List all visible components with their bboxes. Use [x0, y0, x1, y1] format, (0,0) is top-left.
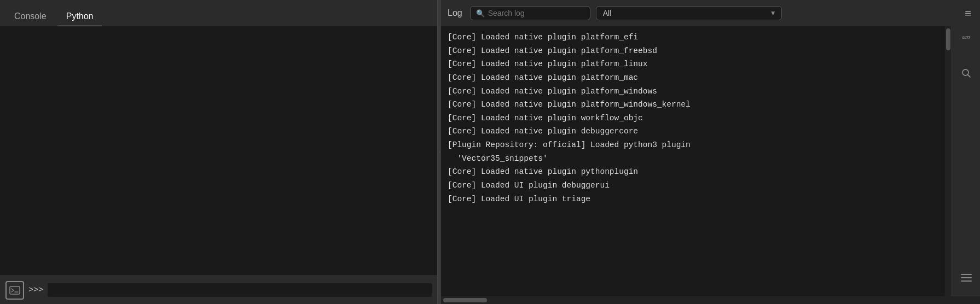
log-footer	[441, 296, 980, 304]
log-line: [Core] Loaded UI plugin triage	[448, 192, 938, 206]
left-panel: Console Python >>>	[0, 0, 438, 304]
log-content: [Core] Loaded native plugin platform_efi…	[441, 26, 980, 296]
log-line: [Core] Loaded native plugin pythonplugin	[448, 165, 938, 179]
log-line: [Core] Loaded native plugin platform_lin…	[448, 57, 938, 71]
search-icon: 🔍	[476, 9, 485, 17]
log-line: [Core] Loaded native plugin debuggercore	[448, 125, 938, 138]
console-output	[0, 26, 437, 276]
lines-sidebar-icon-button[interactable]	[956, 268, 976, 288]
log-line: [Core] Loaded native plugin platform_win…	[448, 98, 938, 112]
prompt-label: >>>	[28, 285, 43, 295]
log-line: [Core] Loaded native plugin workflow_obj…	[448, 112, 938, 125]
svg-line-3	[967, 75, 970, 78]
console-input[interactable]	[48, 283, 432, 297]
filter-select-wrapper: All Debug Info Warning Error ▼	[596, 6, 782, 20]
console-area	[0, 26, 437, 276]
log-line: [Core] Loaded UI plugin debuggerui	[448, 179, 938, 192]
log-label: Log	[448, 8, 462, 18]
tab-console[interactable]: Console	[5, 7, 55, 27]
console-input-bar: >>>	[0, 276, 437, 304]
quote-icon-button[interactable]: “”	[956, 31, 976, 50]
tabs-bar: Console Python	[0, 0, 437, 26]
menu-icon-button[interactable]: ≡	[962, 5, 973, 22]
scrollbar-thumb[interactable]	[946, 28, 950, 50]
log-line: [Core] Loaded native plugin platform_fre…	[448, 44, 938, 58]
search-sidebar-icon-button[interactable]	[956, 63, 976, 83]
log-line: [Core] Loaded native plugin platform_efi	[448, 31, 938, 44]
filter-select[interactable]: All Debug Info Warning Error	[596, 6, 782, 20]
tab-python[interactable]: Python	[57, 7, 102, 27]
log-line: [Core] Loaded native plugin platform_win…	[448, 85, 938, 98]
scrollbar-area[interactable]	[945, 26, 952, 296]
right-panel: Log 🔍 All Debug Info Warning Error ▼ ≡ […	[441, 0, 980, 304]
search-box: 🔍	[470, 6, 590, 20]
log-line: 'Vector35_snippets'	[448, 152, 938, 166]
log-toolbar: Log 🔍 All Debug Info Warning Error ▼ ≡	[441, 0, 980, 26]
svg-rect-0	[10, 287, 20, 294]
terminal-icon	[5, 281, 24, 300]
search-input[interactable]	[488, 9, 584, 17]
right-sidebar: “”	[952, 26, 980, 296]
main-container: Console Python >>> ··· Log	[0, 0, 980, 304]
bottom-scrollbar-thumb[interactable]	[443, 298, 487, 302]
log-line: [Plugin Repository: official] Loaded pyt…	[448, 138, 938, 152]
log-text-area: [Core] Loaded native plugin platform_efi…	[441, 26, 945, 296]
log-line: [Core] Loaded native plugin platform_mac	[448, 71, 938, 85]
